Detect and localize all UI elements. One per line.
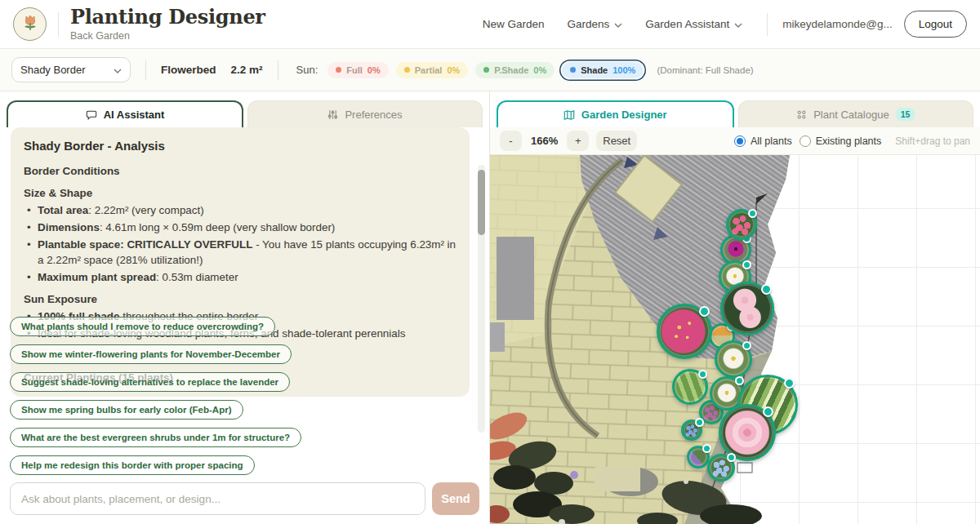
page-title: Planting Designer <box>70 7 265 27</box>
chevron-down-icon <box>734 18 742 30</box>
border-info-bar: Shady Border Flowerbed 2.2 m² Sun: Full0… <box>0 49 980 91</box>
logout-button[interactable]: Logout <box>904 11 967 38</box>
garden-map-canvas[interactable] <box>490 155 980 524</box>
nav-item-new-garden[interactable]: New Garden <box>483 18 545 30</box>
badge-label: P.Shade <box>494 65 528 75</box>
badge-dot-icon <box>483 67 489 73</box>
plant-handle-pink-roses[interactable] <box>761 284 772 295</box>
bed-type-label: Flowerbed <box>161 64 216 76</box>
header-divider <box>58 12 59 37</box>
plant-handle-euonymus-variegated[interactable] <box>784 378 795 389</box>
main-nav: New GardenGardensGarden Assistant <box>483 18 742 30</box>
radio-all-plants[interactable]: All plants <box>734 135 792 147</box>
nav-item-label: New Garden <box>483 18 545 30</box>
plant-handle-white-anemone-1[interactable] <box>742 260 751 269</box>
analysis-bullet: Dimensions: 4.61m long × 0.59m deep (ver… <box>24 220 457 235</box>
designer-panel: Garden Designer Plant Catalogue 15 - 166… <box>490 91 980 524</box>
sun-label: Sun: <box>296 64 318 76</box>
zoom-in-button[interactable]: + <box>567 131 589 151</box>
badge-value: 100% <box>612 65 635 75</box>
tab-label: Plant Catalogue <box>813 109 889 121</box>
badge-label: Partial <box>415 65 443 75</box>
sun-badge-full[interactable]: Full0% <box>327 62 388 78</box>
tab-preferences[interactable]: Preferences <box>247 100 483 127</box>
page-subtitle: Back Garden <box>70 30 265 42</box>
sun-badge-shade[interactable]: Shade100% <box>562 62 644 78</box>
suggestion-chip-5[interactable]: What are the best evergreen shrubs under… <box>10 428 301 447</box>
chat-bubble-icon <box>86 109 97 121</box>
badge-dot-icon <box>404 67 410 73</box>
suggestion-chip-6[interactable]: Help me redesign this border with proper… <box>10 455 255 475</box>
badge-value: 0% <box>368 65 381 75</box>
chevron-down-icon <box>114 64 122 76</box>
divider <box>278 60 278 80</box>
badge-dot-icon <box>336 67 341 73</box>
nav-divider <box>767 13 768 36</box>
badge-label: Full <box>346 65 363 75</box>
radio-label: Existing plants <box>816 135 882 147</box>
designer-toolbar: - 166% + Reset All plants Existing plant… <box>490 127 980 155</box>
tab-garden-designer[interactable]: Garden Designer <box>497 100 734 127</box>
analysis-title: Shady Border - Analysis <box>24 139 457 153</box>
dominant-shade-note: (Dominant: Full Shade) <box>657 65 753 75</box>
tab-label: Garden Designer <box>581 109 667 121</box>
divider <box>145 60 146 80</box>
suggestion-chip-1[interactable]: What plants should I remove to reduce ov… <box>10 317 275 336</box>
suggestion-chip-2[interactable]: Show me winter-flowering plants for Nove… <box>10 344 292 364</box>
tulip-logo-icon <box>20 13 40 36</box>
plant-handle-white-anemone-2[interactable] <box>742 341 751 350</box>
sun-badge-partial[interactable]: Partial0% <box>396 62 469 78</box>
map-icon <box>564 109 575 121</box>
nav-item-gardens[interactable]: Gardens <box>568 18 623 30</box>
radio-label: All plants <box>751 135 792 147</box>
sun-badge-pshade[interactable]: P.Shade0% <box>475 62 555 78</box>
nav-item-label: Gardens <box>568 18 610 30</box>
plant-handle-brunnera-blue[interactable] <box>695 418 704 427</box>
analysis-heading: Size & Shape <box>24 185 457 201</box>
sliders-icon <box>327 109 338 120</box>
badge-value: 0% <box>533 65 546 75</box>
tab-label: AI Assistant <box>104 109 165 121</box>
analysis-heading: Border Conditions <box>24 163 457 179</box>
radio-icon <box>734 135 746 147</box>
chat-scrollbar-thumb[interactable] <box>478 170 485 235</box>
badge-value: 0% <box>447 65 460 75</box>
chat-input[interactable] <box>10 482 425 515</box>
plant-handle-hellebore-foliage[interactable] <box>698 370 707 379</box>
zoom-level: 166% <box>531 135 558 147</box>
plant-handle-pink-bouquet[interactable] <box>748 209 757 218</box>
suggestion-chip-3[interactable]: Suggest shade-loving alternatives to rep… <box>10 372 290 392</box>
badge-dot-icon <box>570 67 576 73</box>
plant-count-badge: 15 <box>896 108 915 121</box>
plant-handle-camellia-pink[interactable] <box>763 406 773 417</box>
bed-area-value: 2.2 m² <box>231 64 263 76</box>
reset-view-button[interactable]: Reset <box>596 131 637 151</box>
pan-hint: Shift+drag to pan <box>895 135 970 147</box>
analysis-heading: Sun Exposure <box>24 291 457 307</box>
plant-handle-forget-me-not[interactable] <box>727 453 736 462</box>
assistant-panel: AI Assistant Preferences Shady Border - … <box>0 91 490 524</box>
border-select[interactable]: Shady Border <box>11 57 131 82</box>
plant-handle-mixed-bed[interactable] <box>702 444 711 453</box>
app-header: Planting Designer Back Garden New Garden… <box>0 0 980 49</box>
radio-existing-plants[interactable]: Existing plants <box>800 135 882 147</box>
send-button[interactable]: Send <box>432 482 479 515</box>
suggestion-chip-4[interactable]: Show me spring bulbs for early color (Fe… <box>10 400 243 420</box>
app-logo <box>13 7 47 41</box>
nav-item-garden-assistant[interactable]: Garden Assistant <box>645 18 742 30</box>
analysis-bullet: Maximum plant spread: 0.53m diameter <box>24 269 457 285</box>
plant-handle-hydrangea-pink[interactable] <box>699 306 710 317</box>
user-email: mikeydelamonde@g... <box>782 18 893 30</box>
radio-icon <box>800 135 811 147</box>
zoom-out-button[interactable]: - <box>500 131 522 151</box>
tab-label: Preferences <box>345 109 402 121</box>
tab-ai-assistant[interactable]: AI Assistant <box>7 100 243 127</box>
nav-item-label: Garden Assistant <box>645 18 729 30</box>
plant-handle-white-anemone-3[interactable] <box>735 376 744 385</box>
border-select-value: Shady Border <box>20 64 86 76</box>
sun-exposure-badges: Full0%Partial0%P.Shade0%Shade100% <box>327 62 644 78</box>
analysis-bullet: Plantable space: CRITICALLY OVERFULL - Y… <box>24 237 457 268</box>
tab-plant-catalogue[interactable]: Plant Catalogue 15 <box>738 100 974 127</box>
grid-icon <box>796 109 807 120</box>
analysis-bullet: Total area: 2.22m² (very compact) <box>24 202 457 218</box>
